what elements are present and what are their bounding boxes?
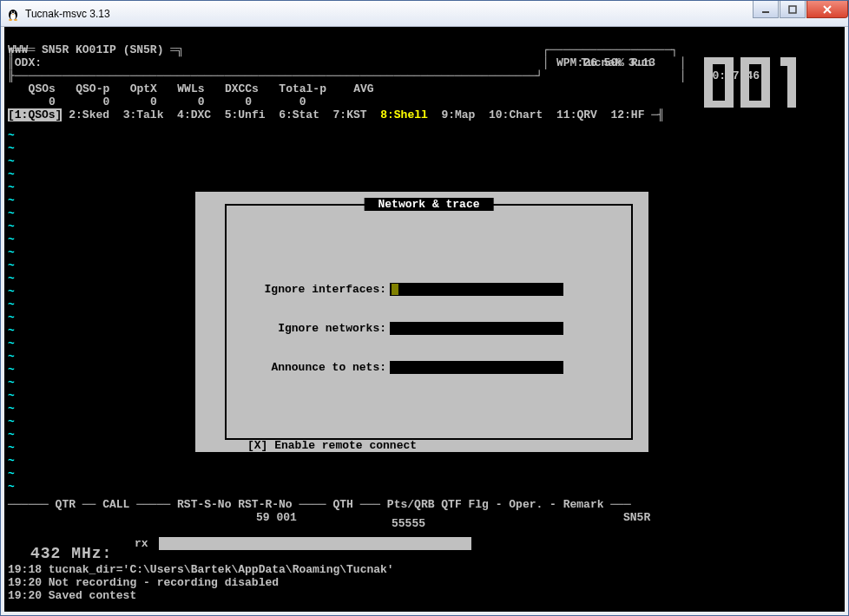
tab-qrv[interactable]: 11:QRV <box>556 108 597 121</box>
text-cursor <box>392 284 398 295</box>
qso-counter <box>704 57 806 116</box>
rx-meter <box>159 537 471 550</box>
svg-point-5 <box>9 19 12 21</box>
dialog-title: Network & trace <box>365 198 494 211</box>
svg-rect-7 <box>762 11 769 13</box>
window-title: Tucnak-msvc 3.13 <box>25 8 110 20</box>
window-controls <box>752 1 848 18</box>
tab-qsos[interactable]: [1:QSOs] <box>8 108 62 121</box>
tab-sked[interactable]: 2:Sked <box>69 108 109 121</box>
ignore-networks-input[interactable] <box>390 322 563 335</box>
tab-talk[interactable]: 3:Talk <box>123 108 164 121</box>
network-trace-dialog: Network & trace Ignore interfaces: Ignor… <box>195 192 648 452</box>
remote-host-input[interactable] <box>390 478 563 491</box>
tab-chart[interactable]: 10:Chart <box>489 108 543 121</box>
tab-kst[interactable]: 7:KST <box>333 108 367 121</box>
frame-line: ╔═══ SN5R KO01IP (SN5R) ═╗┌─────────────… <box>8 43 845 56</box>
log-output: 19:18 tucnak_dir='C:\Users\Bartek\AppDat… <box>8 563 394 602</box>
announce-to-nets-label: Announce to nets: <box>234 361 390 374</box>
maximize-button[interactable] <box>780 1 806 18</box>
titlebar[interactable]: Tucnak-msvc 3.13 <box>1 1 848 27</box>
tab-dxc[interactable]: 4:DXC <box>177 108 211 121</box>
remote-host-label: Remote host name: <box>234 478 390 491</box>
svg-point-3 <box>14 11 16 13</box>
tab-shell[interactable]: 8:Shell <box>380 108 428 121</box>
svg-point-2 <box>11 11 13 13</box>
terminal-area: WWW Tucnak 3.13 10:57:46 ╔═══ SN5R KO01I… <box>4 27 845 612</box>
svg-rect-14 <box>725 57 734 108</box>
tab-hf[interactable]: 12:HF <box>610 108 644 121</box>
tab-unfi[interactable]: 5:Unfi <box>225 108 266 121</box>
tilde-column: ~ ~ ~ ~ ~ ~ ~ ~ ~ ~ ~ ~ ~ ~ ~ ~ ~ ~ ~ ~ … <box>8 129 15 494</box>
ignore-networks-label: Ignore networks: <box>234 322 390 335</box>
frequency-display: 432 MHz: <box>30 547 112 560</box>
svg-rect-20 <box>780 57 789 66</box>
remote-port-input[interactable]: 55555 <box>390 517 563 530</box>
enable-remote-checkbox[interactable]: [X] Enable remote connect <box>234 439 624 452</box>
announce-to-nets-input[interactable] <box>390 361 563 374</box>
tab-stat[interactable]: 6:Stat <box>279 108 319 121</box>
rx-label: rx <box>135 537 148 550</box>
close-button[interactable] <box>806 1 848 18</box>
svg-rect-8 <box>789 6 796 13</box>
minimize-button[interactable] <box>753 1 779 18</box>
ignore-interfaces-label: Ignore interfaces: <box>234 283 390 296</box>
penguin-icon <box>6 7 20 21</box>
svg-point-6 <box>14 19 17 21</box>
svg-rect-18 <box>761 57 770 108</box>
ignore-interfaces-input[interactable] <box>390 283 563 296</box>
app-window: Tucnak-msvc 3.13 WWW Tucnak 3.13 10:57:4… <box>0 0 849 616</box>
svg-rect-13 <box>704 57 713 108</box>
tab-map[interactable]: 9:Map <box>441 108 475 121</box>
bottom-labels: ────── QTR ── CALL ───── RST-S-No RST-R-… <box>8 498 845 511</box>
svg-rect-17 <box>740 57 749 108</box>
